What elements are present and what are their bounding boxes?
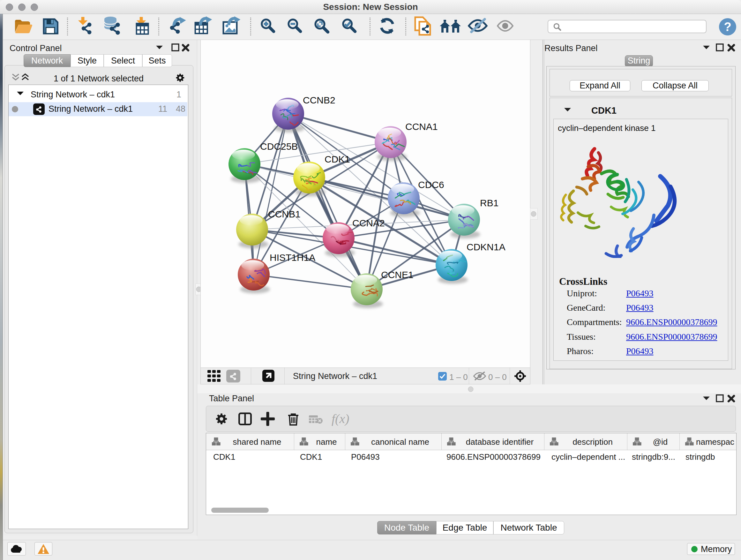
svg-text:CCNE1: CCNE1 <box>381 269 414 280</box>
svg-text:CDK1: CDK1 <box>325 154 350 165</box>
svg-text:CCNB1: CCNB1 <box>268 209 300 219</box>
svg-text:CCNB2: CCNB2 <box>303 95 335 105</box>
svg-text:CDKN1A: CDKN1A <box>467 242 506 252</box>
svg-text:RB1: RB1 <box>480 198 498 208</box>
svg-text:CCNA1: CCNA1 <box>405 121 438 132</box>
svg-text:CCNA2: CCNA2 <box>352 218 385 228</box>
svg-text:CDC25B: CDC25B <box>260 141 298 152</box>
svg-text:CDC6: CDC6 <box>418 179 444 190</box>
svg-text:HIST1H1A: HIST1H1A <box>270 252 315 263</box>
